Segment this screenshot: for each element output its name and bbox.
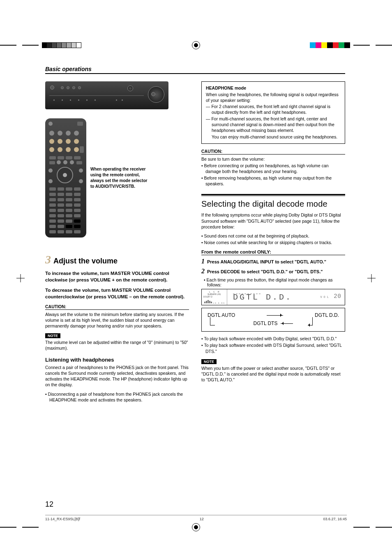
section-divider bbox=[201, 194, 345, 195]
breadcrumb: Basic operations bbox=[45, 66, 345, 72]
section-divider-thin bbox=[201, 196, 345, 196]
registration-cross-icon bbox=[367, 274, 376, 282]
remote-illustration bbox=[45, 118, 86, 238]
right-caution-b1: • Before connecting or putting on headph… bbox=[201, 163, 345, 174]
decode-step-2: 2 Press DECODE to select "DGTL D.D." or … bbox=[201, 268, 345, 275]
caution-text: Always set the volume to the minimum bef… bbox=[45, 311, 189, 329]
decode-substep: • Each time you press the button, the di… bbox=[201, 277, 345, 287]
headphones-heading: Listening with headphones bbox=[45, 357, 189, 363]
note-badge: NOTE bbox=[45, 333, 60, 338]
remote-mode-note: When operating the receiver using the re… bbox=[90, 166, 152, 189]
caution-label: CAUTION: bbox=[45, 304, 189, 310]
headphones-bullet: • Disconnecting a pair of headphone from… bbox=[45, 391, 189, 403]
cycle-dts: DGTL DTS bbox=[254, 321, 278, 326]
cycle-dd: DGTL D.D. bbox=[315, 312, 339, 318]
step-title: Adjust the volume bbox=[53, 257, 118, 265]
headphones-paragraph: Connect a pair of headphones to the PHON… bbox=[45, 365, 189, 388]
decode-note-text: When you turn off the power or select an… bbox=[201, 365, 345, 383]
note-text: The volume level can be adjusted within … bbox=[45, 339, 189, 351]
right-caution-label: CAUTION: bbox=[201, 149, 345, 155]
mono-swatches bbox=[42, 42, 81, 48]
box-intro: When using the headphones, the following… bbox=[206, 92, 341, 103]
lcd-display: L C R SUBWFR LFE DOLBY D LS S RS DGTL D bbox=[201, 289, 345, 305]
decode-b2: • Noise comes out while searching for or… bbox=[201, 240, 345, 245]
decode-b4: • To play back software encoded with DTS… bbox=[201, 342, 345, 354]
step-text-2: Press DECODE to select "DGTL D.D." or "D… bbox=[207, 269, 323, 275]
page-number: 12 bbox=[45, 500, 53, 509]
decode-intro: If the following symptoms occur while pl… bbox=[201, 212, 345, 230]
registration-row-top bbox=[0, 29, 392, 62]
step-number-1: 1 bbox=[201, 258, 205, 265]
page-content: Basic operations bbox=[45, 66, 345, 404]
receiver-illustration bbox=[45, 81, 168, 109]
registration-cross-icon bbox=[16, 274, 25, 282]
right-caution-b2: • Before removing headphones, as high vo… bbox=[201, 175, 345, 187]
step-number-2: 2 bbox=[201, 268, 205, 275]
step-text-1: Press ANALOG/DIGITAL INPUT to select "DG… bbox=[207, 259, 326, 265]
step-3-heading: 3 Adjust the volume bbox=[45, 254, 189, 265]
decode-note-badge: NOTE bbox=[201, 359, 217, 364]
box-dash-2b: You can enjoy multi-channel sound source… bbox=[206, 134, 341, 140]
decode-section-title: Selecting the digital decode mode bbox=[201, 199, 345, 209]
mode-cycle-diagram: DGTL AUTO DGTL D.D. DGTL DTS bbox=[201, 308, 345, 332]
registration-target-icon bbox=[192, 523, 200, 531]
arrow-left-icon bbox=[281, 321, 293, 325]
decode-step-1: 1 Press ANALOG/DIGITAL INPUT to select "… bbox=[201, 258, 345, 265]
volume-increase-instruction: To increase the volume, turn MASTER VOLU… bbox=[45, 270, 189, 283]
right-caution-intro: Be sure to turn down the volume: bbox=[201, 156, 345, 162]
lcd-indicator-block: L C R SUBWFR LFE DOLBY D LS S RS bbox=[202, 289, 227, 305]
decode-b3: • To play back software encoded with Dol… bbox=[201, 336, 345, 341]
box-dash-1: — For 2 channel sources, the front left … bbox=[206, 104, 341, 115]
headphone-mode-box: HEADPHONE mode When using the headphones… bbox=[201, 81, 345, 144]
registration-row-bottom bbox=[0, 511, 392, 544]
volume-decrease-instruction: To decrease the volume, turn MASTER VOLU… bbox=[45, 287, 189, 300]
lcd-main-text: DGTL D.D. VOL 20 bbox=[227, 293, 345, 302]
decode-b1: • Sound does not come out at the beginni… bbox=[201, 233, 345, 239]
box-heading: HEADPHONE mode bbox=[206, 85, 341, 91]
color-swatches bbox=[310, 42, 350, 48]
box-dash-2: — For multi-channel sources, the front l… bbox=[206, 116, 341, 134]
arrow-right-icon bbox=[267, 313, 283, 317]
step-number: 3 bbox=[45, 254, 51, 265]
from-remote-heading: From the remote control ONLY: bbox=[201, 249, 345, 255]
registration-target-icon bbox=[192, 41, 200, 49]
divider bbox=[45, 73, 345, 74]
